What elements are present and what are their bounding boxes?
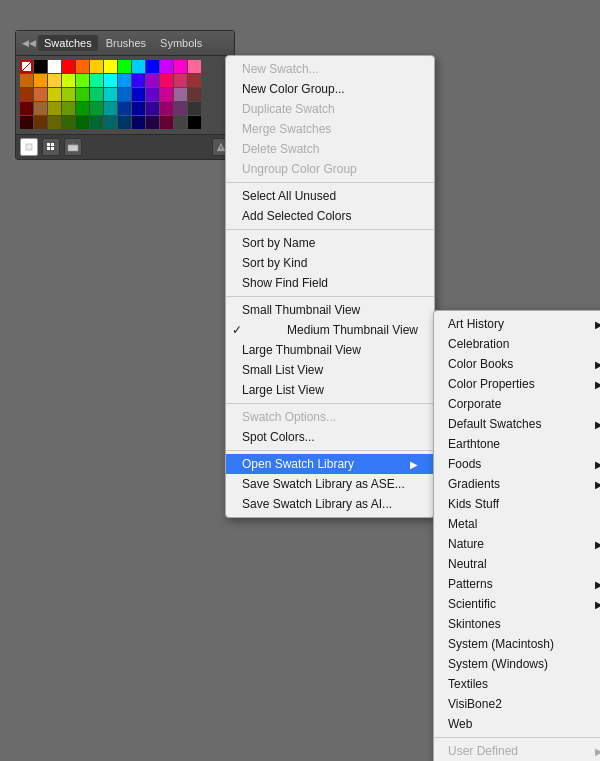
swatch-cell[interactable]	[160, 74, 173, 87]
menu-save-ase[interactable]: Save Swatch Library as ASE...	[226, 474, 434, 494]
menu-open-swatch-library[interactable]: Open Swatch Library ▶	[226, 454, 434, 474]
swatch-cell[interactable]	[48, 88, 61, 101]
swatch-cell[interactable]	[174, 88, 187, 101]
swatch-cell[interactable]	[188, 60, 201, 73]
swatch-cell[interactable]	[188, 74, 201, 87]
swatch-cell[interactable]	[76, 116, 89, 129]
swatch-cell[interactable]	[34, 60, 47, 73]
swatch-cell[interactable]	[118, 74, 131, 87]
new-swatch-icon[interactable]	[20, 138, 38, 156]
swatch-cell[interactable]	[174, 116, 187, 129]
menu-large-list[interactable]: Large List View	[226, 380, 434, 400]
swatch-cell[interactable]	[48, 60, 61, 73]
swatch-cell[interactable]	[34, 102, 47, 115]
swatch-cell[interactable]	[76, 60, 89, 73]
swatch-cell[interactable]	[118, 102, 131, 115]
swatch-cell[interactable]	[188, 102, 201, 115]
menu-sort-by-name[interactable]: Sort by Name	[226, 233, 434, 253]
swatch-cell[interactable]	[160, 102, 173, 115]
swatch-cell[interactable]	[118, 88, 131, 101]
swatch-cell[interactable]	[48, 74, 61, 87]
submenu-kids-stuff[interactable]: Kids Stuff	[434, 494, 600, 514]
swatch-cell[interactable]	[90, 102, 103, 115]
submenu-gradients[interactable]: Gradients ▶	[434, 474, 600, 494]
swatch-cell[interactable]	[62, 60, 75, 73]
swatch-none[interactable]	[20, 60, 33, 73]
submenu-neutral[interactable]: Neutral	[434, 554, 600, 574]
swatch-cell[interactable]	[90, 74, 103, 87]
swatch-cell[interactable]	[118, 60, 131, 73]
submenu-scientific[interactable]: Scientific ▶	[434, 594, 600, 614]
submenu-metal[interactable]: Metal	[434, 514, 600, 534]
submenu-default-swatches[interactable]: Default Swatches ▶	[434, 414, 600, 434]
swatch-cell[interactable]	[34, 88, 47, 101]
swatch-cell[interactable]	[132, 74, 145, 87]
swatch-cell[interactable]	[48, 102, 61, 115]
swatch-cell[interactable]	[188, 88, 201, 101]
submenu-earthtone[interactable]: Earthtone	[434, 434, 600, 454]
panel-collapse-btn[interactable]: ◀◀	[22, 38, 32, 48]
swatch-cell[interactable]	[20, 88, 33, 101]
menu-sort-by-kind[interactable]: Sort by Kind	[226, 253, 434, 273]
swatch-cell[interactable]	[160, 116, 173, 129]
submenu-skintones[interactable]: Skintones	[434, 614, 600, 634]
swatch-cell[interactable]	[104, 116, 117, 129]
swatch-cell[interactable]	[104, 102, 117, 115]
swatch-cell[interactable]	[118, 116, 131, 129]
submenu-corporate[interactable]: Corporate	[434, 394, 600, 414]
swatch-cell[interactable]	[160, 60, 173, 73]
submenu-system-mac[interactable]: System (Macintosh)	[434, 634, 600, 654]
menu-new-swatch[interactable]: New Swatch...	[226, 59, 434, 79]
swatch-cell[interactable]	[174, 60, 187, 73]
submenu-nature[interactable]: Nature ▶	[434, 534, 600, 554]
swatch-cell[interactable]	[104, 88, 117, 101]
tab-symbols[interactable]: Symbols	[154, 35, 208, 51]
menu-select-all-unused[interactable]: Select All Unused	[226, 186, 434, 206]
submenu-system-windows[interactable]: System (Windows)	[434, 654, 600, 674]
menu-save-ai[interactable]: Save Swatch Library as AI...	[226, 494, 434, 514]
swatch-cell[interactable]	[188, 116, 201, 129]
swatch-cell[interactable]	[20, 74, 33, 87]
swatch-cell[interactable]	[62, 116, 75, 129]
menu-small-thumbnail[interactable]: Small Thumbnail View	[226, 300, 434, 320]
swatch-cell[interactable]	[174, 74, 187, 87]
swatch-cell[interactable]	[104, 74, 117, 87]
swatch-cell[interactable]	[132, 60, 145, 73]
swatch-cell[interactable]	[62, 88, 75, 101]
menu-spot-colors[interactable]: Spot Colors...	[226, 427, 434, 447]
submenu-foods[interactable]: Foods ▶	[434, 454, 600, 474]
menu-show-find-field[interactable]: Show Find Field	[226, 273, 434, 293]
swatch-cell[interactable]	[62, 74, 75, 87]
swatch-cell[interactable]	[90, 88, 103, 101]
swatch-cell[interactable]	[132, 88, 145, 101]
swatch-cell[interactable]	[160, 88, 173, 101]
submenu-visibone2[interactable]: VisiBone2	[434, 694, 600, 714]
swatch-cell[interactable]	[76, 88, 89, 101]
tab-brushes[interactable]: Brushes	[100, 35, 152, 51]
menu-large-thumbnail[interactable]: Large Thumbnail View	[226, 340, 434, 360]
swatch-list-icon[interactable]	[42, 138, 60, 156]
swatch-cell[interactable]	[132, 102, 145, 115]
submenu-color-properties[interactable]: Color Properties ▶	[434, 374, 600, 394]
swatch-cell[interactable]	[90, 116, 103, 129]
swatch-cell[interactable]	[146, 116, 159, 129]
swatch-cell[interactable]	[104, 60, 117, 73]
submenu-textiles[interactable]: Textiles	[434, 674, 600, 694]
swatch-cell[interactable]	[132, 116, 145, 129]
menu-medium-thumbnail[interactable]: ✓Medium Thumbnail View	[226, 320, 434, 340]
swatch-cell[interactable]	[34, 116, 47, 129]
swatch-cell[interactable]	[174, 102, 187, 115]
swatch-cell[interactable]	[76, 74, 89, 87]
submenu-web[interactable]: Web	[434, 714, 600, 734]
menu-small-list[interactable]: Small List View	[226, 360, 434, 380]
submenu-patterns[interactable]: Patterns ▶	[434, 574, 600, 594]
submenu-color-books[interactable]: Color Books ▶	[434, 354, 600, 374]
swatch-cell[interactable]	[90, 60, 103, 73]
submenu-art-history[interactable]: Art History ▶	[434, 314, 600, 334]
submenu-celebration[interactable]: Celebration	[434, 334, 600, 354]
folder-icon[interactable]	[64, 138, 82, 156]
swatch-cell[interactable]	[34, 74, 47, 87]
swatch-cell[interactable]	[146, 88, 159, 101]
swatch-cell[interactable]	[20, 116, 33, 129]
tab-swatches[interactable]: Swatches	[38, 35, 98, 51]
